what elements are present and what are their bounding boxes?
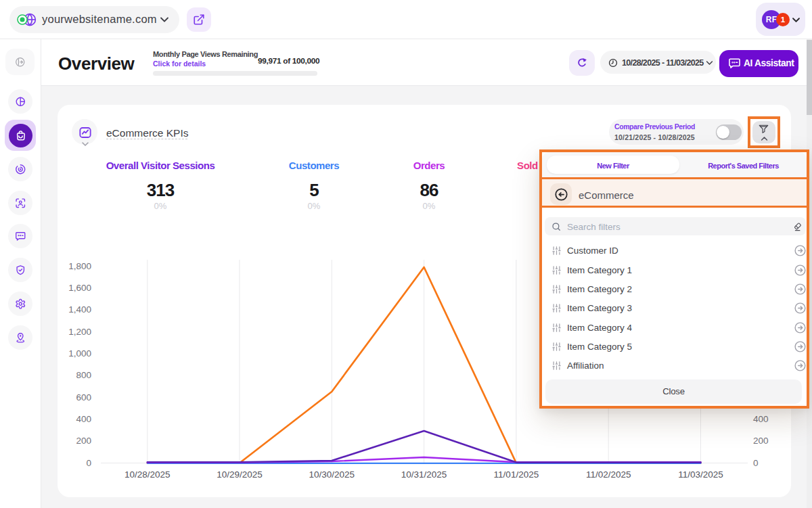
svg-text:10/29/2025: 10/29/2025	[217, 469, 263, 480]
svg-text:400: 400	[76, 414, 91, 424]
svg-text:10/31/2025: 10/31/2025	[401, 469, 447, 480]
svg-text:200: 200	[76, 436, 91, 446]
svg-text:1,000: 1,000	[68, 348, 91, 359]
svg-text:1,200: 1,200	[68, 327, 91, 337]
svg-text:1,800: 1,800	[68, 261, 91, 271]
svg-text:11/01/2025: 11/01/2025	[494, 469, 539, 480]
svg-text:11/02/2025: 11/02/2025	[586, 469, 631, 480]
svg-text:10/28/2025: 10/28/2025	[125, 469, 171, 480]
svg-text:800: 800	[76, 370, 91, 380]
svg-text:1,600: 1,600	[68, 283, 91, 293]
svg-text:0: 0	[86, 458, 91, 468]
svg-text:1,400: 1,400	[68, 304, 91, 315]
svg-text:10/30/2025: 10/30/2025	[309, 469, 355, 480]
svg-text:400: 400	[753, 414, 769, 424]
svg-text:0: 0	[753, 458, 759, 468]
svg-text:600: 600	[76, 392, 91, 402]
svg-text:11/03/2025: 11/03/2025	[678, 469, 723, 480]
svg-text:200: 200	[753, 436, 769, 446]
